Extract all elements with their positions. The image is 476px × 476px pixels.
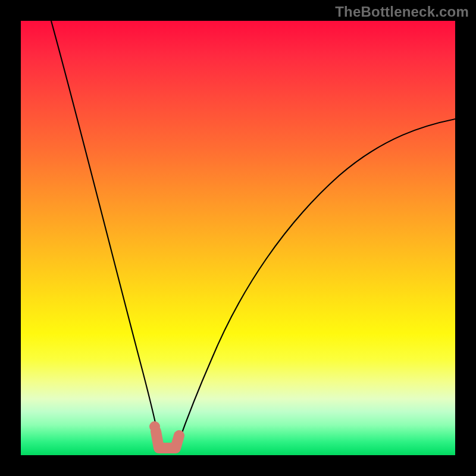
plot-area (21, 21, 455, 455)
chart-svg (21, 21, 455, 455)
curve-left (51, 21, 162, 450)
chart-frame: TheBottleneck.com (0, 0, 476, 476)
marker-u-shape (156, 431, 179, 448)
curve-right (176, 119, 455, 450)
bottleneck-marker (149, 421, 179, 448)
watermark-text: TheBottleneck.com (335, 4, 469, 20)
